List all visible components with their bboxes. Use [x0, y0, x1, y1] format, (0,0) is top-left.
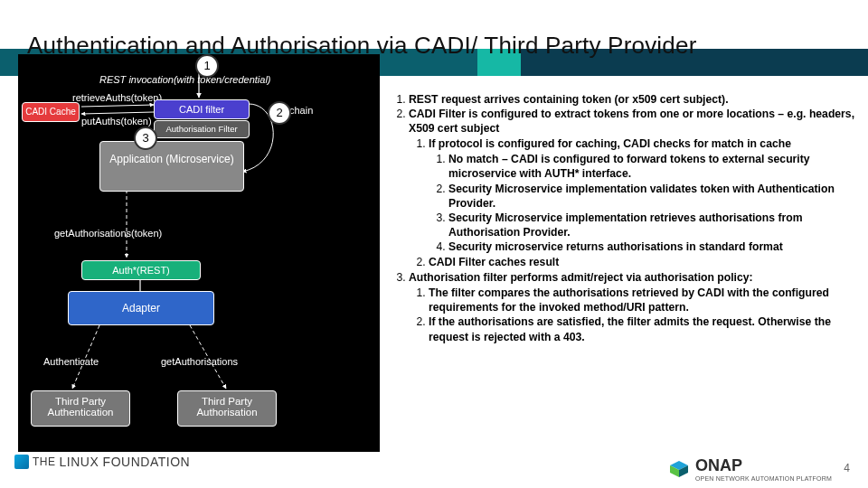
box-adapter-text: Adapter [122, 302, 160, 314]
linux-logo-icon [14, 455, 29, 469]
box-tp-authz: Third Party Authorisation [177, 390, 277, 427]
badge-2: 2 [268, 101, 291, 125]
explanation-list: REST request arrives containing token (o… [389, 92, 855, 345]
box-auth-rest: Auth*(REST) [81, 260, 201, 280]
page-number: 4 [844, 462, 850, 474]
step-2: CADI Filter is configured to extract tok… [409, 108, 854, 135]
onap-logo: ONAP OPEN NETWORK AUTOMATION PLATFORM [668, 456, 832, 482]
label-get-auths: getAuthorisations(token) [54, 228, 162, 239]
box-auth-rest-text: Auth*(REST) [112, 265, 170, 276]
box-cadi-cache: CADI Cache [22, 102, 80, 122]
box-adapter: Adapter [68, 291, 214, 325]
svg-line-2 [81, 112, 154, 114]
box-tp-authn-text: Third Party Authentication [48, 396, 114, 418]
step-2-1-2: Security Microservice implementation val… [448, 183, 835, 210]
onap-cube-icon [668, 460, 690, 478]
box-auth-filter: Authorisation Filter [154, 120, 250, 138]
architecture-diagram: REST invocation(with token/credential) r… [18, 54, 380, 452]
step-3: Authorisation filter performs admit/reje… [409, 271, 753, 284]
label-authenticate: Authenticate [43, 356, 99, 367]
box-app-ms: Application (Microservice) [99, 141, 244, 192]
label-put-auths: putAuths(token) [81, 116, 152, 127]
label-rest-invocation: REST invocation(with token/credential) [99, 74, 271, 85]
svg-line-1 [81, 105, 154, 107]
step-1: REST request arrives containing token (o… [409, 93, 729, 106]
linux-the: THE [33, 455, 56, 468]
box-tp-authn: Third Party Authentication [31, 390, 130, 427]
box-app-ms-text: Application (Microservice) [109, 153, 233, 165]
onap-name: ONAP [695, 456, 742, 474]
step-2-1: If protocol is configured for caching, C… [429, 137, 791, 150]
box-cadi-filter: CADI filter [154, 99, 250, 119]
label-retrieve-auths: retrieveAuths(token) [72, 92, 162, 103]
box-tp-authz-text: Third Party Authorisation [196, 396, 257, 418]
step-3-1: The filter compares the authorisations r… [429, 286, 829, 314]
onap-tagline: OPEN NETWORK AUTOMATION PLATFORM [695, 475, 832, 482]
box-cadi-cache-text: CADI Cache [25, 107, 76, 117]
linux-foundation-logo: THE LINUX FOUNDATION [14, 455, 190, 469]
step-2-1-1: No match – CADI is configured to forward… [448, 153, 810, 180]
box-cadi-filter-text: CADI filter [179, 104, 224, 115]
step-2-1-3: Security Microservice implementation ret… [448, 211, 802, 239]
label-chain: chain [289, 105, 313, 116]
step-3-2: If the authorisations are satisfied, the… [429, 315, 831, 343]
slide-footer: THE LINUX FOUNDATION ONAP OPEN NETWORK A… [14, 455, 859, 482]
box-auth-filter-text: Authorisation Filter [165, 124, 237, 134]
step-2-1-4: Security microservice returns authorisat… [448, 240, 783, 253]
badge-3: 3 [134, 127, 157, 150]
step-2-2: CADI Filter caches result [429, 256, 559, 268]
linux-lf: LINUX FOUNDATION [60, 455, 191, 469]
label-get-auths2: getAuthorisations [161, 356, 238, 367]
badge-1: 1 [195, 54, 219, 78]
